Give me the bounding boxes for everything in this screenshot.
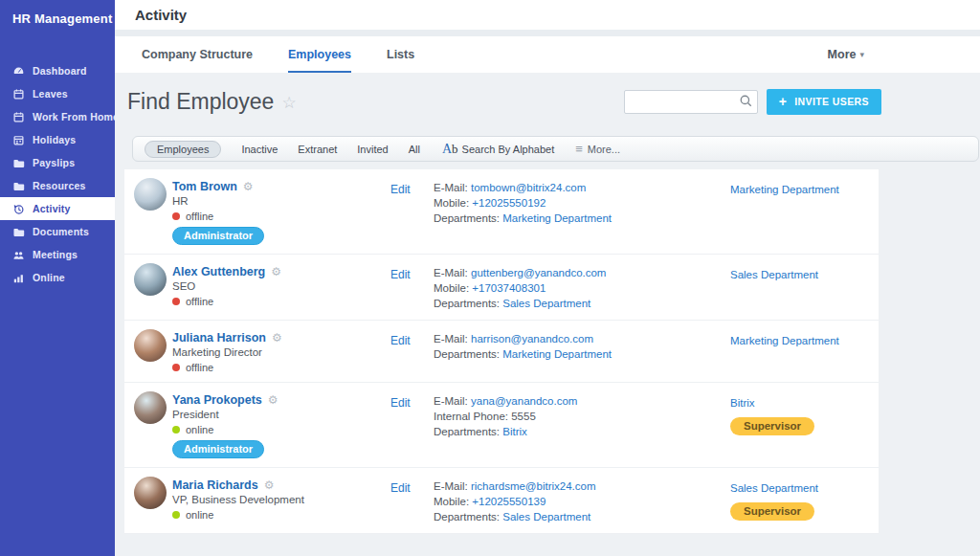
gear-icon[interactable]: ⚙ (243, 181, 254, 192)
filter-search-by-alphabet[interactable]: A b Search By Alphabet (442, 142, 554, 157)
email-link[interactable]: guttenberg@yanandco.com (471, 267, 606, 278)
person-info: Alex Guttenberg ⚙ SEO offline (172, 263, 281, 311)
department-column: Marketing Department (730, 178, 869, 245)
status-dot (172, 426, 180, 434)
gauge-icon (12, 65, 25, 78)
status-dot (172, 511, 180, 519)
department-link[interactable]: Sales Department (730, 268, 818, 281)
plus-icon: + (779, 95, 788, 108)
employee-name-link[interactable]: Tom Brown (172, 180, 237, 193)
tab-bar: Company Structure Employees Lists More ▾ (115, 36, 980, 73)
gear-icon[interactable]: ⚙ (268, 394, 278, 406)
main-area: Activity Company Structure Employees Lis… (115, 0, 980, 556)
sidebar-item-activity[interactable]: Activity (0, 197, 115, 220)
edit-link[interactable]: Edit (390, 268, 411, 281)
department-link[interactable]: Bitrix (730, 396, 755, 410)
app-title: HR Management (0, 0, 115, 40)
calendar-grid-icon (12, 134, 25, 146)
title-row: Find Employee ☆ + INVITE USERS (124, 82, 881, 121)
gear-icon[interactable]: ⚙ (264, 479, 275, 491)
filter-more[interactable]: ≡ More... (575, 143, 620, 155)
department-link[interactable]: Sales Department (730, 481, 818, 495)
edit-link[interactable]: Edit (390, 481, 411, 495)
contact-column: E-Mail: richardsme@bitrix24.com Mobile: … (434, 477, 730, 524)
contact-column: E-Mail: tombown@bitrix24.com Mobile: +12… (434, 178, 730, 245)
department-column: Sales Department (730, 263, 869, 311)
mobile-link[interactable]: +17037408301 (472, 282, 546, 294)
status-dot (172, 364, 180, 371)
calendar-icon (12, 111, 25, 123)
filter-invited[interactable]: Invited (357, 144, 388, 155)
tab-company-structure[interactable]: Company Structure (142, 36, 253, 73)
employee-name-link[interactable]: Juliana Harrison (172, 331, 266, 345)
department-column: Sales Department Supervisor (730, 477, 869, 524)
avatar[interactable] (134, 263, 167, 296)
folder-icon (12, 226, 25, 238)
edit-link[interactable]: Edit (390, 334, 411, 347)
avatar[interactable] (134, 477, 167, 509)
sidebar-item-resources[interactable]: Resources (0, 174, 115, 197)
person-column: Maria Richards ⚙ VP, Business Developmen… (134, 477, 390, 524)
content-area: Find Employee ☆ + INVITE USERS Employees (115, 73, 980, 556)
department-link[interactable]: Marketing Department (730, 334, 839, 347)
sidebar-item-documents[interactable]: Documents (0, 220, 115, 243)
app-root: HR Management Dashboard Leaves Work From… (0, 0, 980, 556)
filter-inactive[interactable]: Inactive (241, 144, 278, 155)
tabs-more-dropdown[interactable]: More ▾ (828, 36, 864, 73)
department-link[interactable]: Bitrix (502, 426, 527, 437)
department-link[interactable]: Marketing Department (730, 183, 839, 196)
administrator-badge: Administrator (172, 440, 264, 458)
sidebar-item-dashboard[interactable]: Dashboard (0, 59, 115, 82)
filter-extranet[interactable]: Extranet (298, 144, 337, 155)
contact-column: E-Mail: harrison@yanandco.com Department… (434, 329, 730, 373)
sidebar-item-work-from-home[interactable]: Work From Home (0, 105, 115, 128)
employee-name-link[interactable]: Alex Guttenberg (172, 265, 265, 278)
supervisor-badge: Supervisor (730, 417, 814, 435)
department-column: Marketing Department (730, 329, 869, 373)
calendar-icon (12, 88, 25, 100)
tab-lists[interactable]: Lists (387, 36, 414, 73)
page-title: Find Employee ☆ (127, 89, 297, 115)
sidebar-item-meetings[interactable]: Meetings (0, 243, 115, 266)
search-input[interactable] (624, 90, 758, 114)
gear-icon[interactable]: ⚙ (271, 266, 281, 278)
sidebar-item-online[interactable]: Online (0, 266, 115, 289)
department-link[interactable]: Sales Department (502, 511, 590, 523)
alphabet-icon: A (442, 142, 452, 157)
search-icon[interactable] (739, 94, 753, 108)
sidebar-item-leaves[interactable]: Leaves (0, 82, 115, 105)
email-link[interactable]: tombown@bitrix24.com (471, 182, 586, 193)
bar-chart-icon (12, 272, 25, 284)
email-link[interactable]: yana@yanandco.com (471, 395, 577, 407)
email-link[interactable]: harrison@yanandco.com (471, 333, 593, 345)
gear-icon[interactable]: ⚙ (272, 332, 282, 344)
department-link[interactable]: Marketing Department (502, 212, 612, 224)
department-link[interactable]: Marketing Department (502, 348, 612, 360)
favorite-star-icon[interactable]: ☆ (281, 90, 296, 113)
email-link[interactable]: richardsme@bitrix24.com (471, 480, 596, 492)
sidebar-item-payslips[interactable]: Payslips (0, 151, 115, 174)
filter-employees[interactable]: Employees (145, 141, 221, 158)
tab-employees[interactable]: Employees (288, 36, 351, 73)
avatar[interactable] (134, 329, 167, 362)
status-line: online (172, 509, 304, 521)
person-info: Maria Richards ⚙ VP, Business Developmen… (172, 477, 304, 524)
status-text: offline (186, 296, 213, 307)
mobile-link[interactable]: +12025550192 (472, 197, 546, 209)
department-link[interactable]: Sales Department (502, 298, 590, 309)
edit-link[interactable]: Edit (390, 183, 411, 196)
avatar[interactable] (134, 178, 167, 211)
filter-all[interactable]: All (409, 144, 420, 155)
employee-row: Alex Guttenberg ⚙ SEO offline Edit (124, 255, 879, 321)
sidebar-item-holidays[interactable]: Holidays (0, 128, 115, 151)
employee-name-link[interactable]: Yana Prokopets (172, 393, 262, 407)
administrator-badge: Administrator (172, 227, 264, 245)
filter-bar: Employees Inactive Extranet Invited All … (132, 136, 979, 162)
employee-row: Tom Brown ⚙ HR offline Administrator Edi… (124, 169, 879, 255)
status-text: online (186, 424, 213, 435)
edit-link[interactable]: Edit (390, 396, 411, 410)
invite-users-button[interactable]: + INVITE USERS (767, 89, 881, 115)
employee-name-link[interactable]: Maria Richards (172, 478, 258, 492)
avatar[interactable] (134, 391, 167, 424)
mobile-link[interactable]: +12025550139 (472, 496, 546, 507)
